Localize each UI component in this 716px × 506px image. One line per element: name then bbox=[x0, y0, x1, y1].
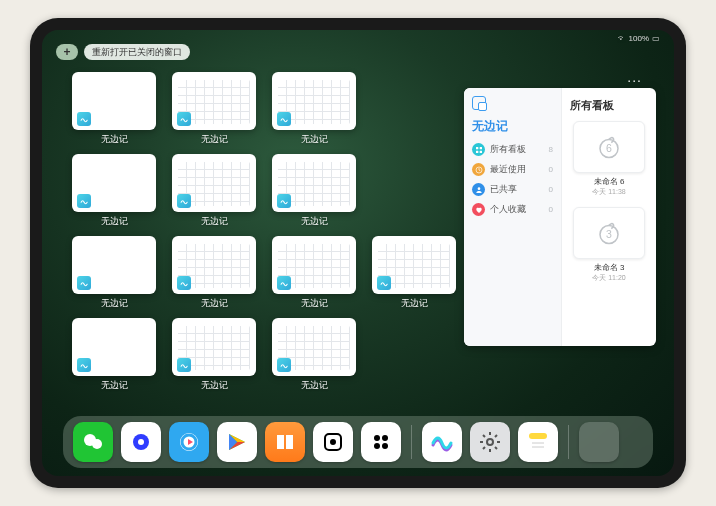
board-thumbnail: 6 bbox=[573, 121, 645, 173]
battery-label: 100% bbox=[629, 34, 649, 43]
sidebar-item-label: 已共享 bbox=[490, 183, 517, 196]
freeform-icon bbox=[77, 358, 91, 372]
dock-dice-icon[interactable] bbox=[313, 422, 353, 462]
app-preview bbox=[272, 236, 356, 294]
dock-freeform-icon[interactable] bbox=[422, 422, 462, 462]
app-label: 无边记 bbox=[101, 215, 128, 228]
add-button[interactable]: + bbox=[56, 44, 78, 60]
board-name: 未命名 3 bbox=[573, 262, 645, 273]
person-icon bbox=[472, 183, 485, 196]
svg-rect-1 bbox=[479, 147, 481, 149]
app-window-tile[interactable]: 无边记 bbox=[272, 236, 356, 310]
dock-youku-icon[interactable] bbox=[169, 422, 209, 462]
app-label: 无边记 bbox=[101, 133, 128, 146]
app-label: 无边记 bbox=[201, 379, 228, 392]
screen: ᯤ 100% ▭ + 重新打开已关闭的窗口 无边记无边记无边记无边记无边记无边记… bbox=[42, 30, 674, 476]
app-preview bbox=[372, 236, 456, 294]
svg-point-5 bbox=[477, 187, 480, 190]
app-label: 无边记 bbox=[201, 215, 228, 228]
app-window-tile[interactable]: 无边记 bbox=[72, 72, 156, 146]
dock-books-icon[interactable] bbox=[265, 422, 305, 462]
app-window-tile[interactable]: 无边记 bbox=[272, 318, 356, 392]
app-window-tile[interactable]: 无边记 bbox=[372, 236, 456, 310]
app-window-tile[interactable]: 无边记 bbox=[72, 154, 156, 228]
board-name: 未命名 6 bbox=[573, 176, 645, 187]
sidebar-item-heart[interactable]: 个人收藏0 bbox=[472, 203, 553, 216]
svg-point-17 bbox=[331, 440, 335, 444]
app-window-tile[interactable]: 无边记 bbox=[172, 318, 256, 392]
freeform-icon bbox=[77, 276, 91, 290]
app-label: 无边记 bbox=[301, 133, 328, 146]
dock-settings-icon[interactable] bbox=[470, 422, 510, 462]
sidebar-item-count: 8 bbox=[549, 145, 553, 154]
sidebar-item-count: 0 bbox=[549, 165, 553, 174]
app-window-tile[interactable]: 无边记 bbox=[72, 236, 156, 310]
dock-notes-icon[interactable] bbox=[518, 422, 558, 462]
dock bbox=[63, 416, 653, 468]
panel-title: 无边记 bbox=[472, 118, 553, 135]
svg-point-22 bbox=[487, 439, 493, 445]
app-window-tile[interactable]: 无边记 bbox=[272, 154, 356, 228]
panel-sidebar: 无边记 所有看板8最近使用0已共享0个人收藏0 bbox=[464, 88, 562, 346]
sidebar-item-count: 0 bbox=[549, 205, 553, 214]
app-preview bbox=[72, 318, 156, 376]
dock-wechat-icon[interactable] bbox=[73, 422, 113, 462]
board-thumbnail: 3 bbox=[573, 207, 645, 259]
heart-icon bbox=[472, 203, 485, 216]
app-window-tile[interactable]: 无边记 bbox=[172, 236, 256, 310]
app-label: 无边记 bbox=[201, 297, 228, 310]
app-window-tile[interactable]: 无边记 bbox=[272, 72, 356, 146]
reopen-closed-window-button[interactable]: 重新打开已关闭的窗口 bbox=[84, 44, 190, 60]
app-preview bbox=[172, 318, 256, 376]
sidebar-item-grid[interactable]: 所有看板8 bbox=[472, 143, 553, 156]
board-time: 今天 11:38 bbox=[573, 187, 645, 197]
freeform-icon bbox=[277, 358, 291, 372]
app-label: 无边记 bbox=[301, 379, 328, 392]
svg-point-13 bbox=[138, 439, 144, 445]
app-window-tile[interactable]: 无边记 bbox=[172, 72, 256, 146]
freeform-icon bbox=[177, 358, 191, 372]
svg-rect-2 bbox=[476, 150, 478, 152]
app-label: 无边记 bbox=[101, 379, 128, 392]
dock-quark-icon[interactable] bbox=[121, 422, 161, 462]
panel-right-title: 所有看板 bbox=[570, 98, 648, 113]
board-time: 今天 11:20 bbox=[573, 273, 645, 283]
app-label: 无边记 bbox=[401, 297, 428, 310]
dock-grid4-icon[interactable] bbox=[361, 422, 401, 462]
board-card[interactable]: 6未命名 6今天 11:38 bbox=[573, 121, 645, 197]
svg-point-19 bbox=[382, 435, 388, 441]
app-preview bbox=[272, 154, 356, 212]
app-preview bbox=[172, 72, 256, 130]
sidebar-item-person[interactable]: 已共享0 bbox=[472, 183, 553, 196]
dock-app-library-icon[interactable] bbox=[579, 422, 619, 462]
app-preview bbox=[72, 154, 156, 212]
freeform-icon bbox=[177, 112, 191, 126]
app-label: 无边记 bbox=[201, 133, 228, 146]
freeform-icon bbox=[277, 194, 291, 208]
wifi-icon: ᯤ bbox=[618, 34, 626, 43]
freeform-app-icon bbox=[472, 96, 486, 110]
app-preview bbox=[72, 236, 156, 294]
clock-icon bbox=[472, 163, 485, 176]
svg-point-11 bbox=[92, 439, 102, 449]
app-preview bbox=[72, 72, 156, 130]
svg-point-20 bbox=[374, 443, 380, 449]
board-card[interactable]: 3未命名 3今天 11:20 bbox=[573, 207, 645, 283]
app-window-tile[interactable]: 无边记 bbox=[72, 318, 156, 392]
freeform-icon bbox=[77, 194, 91, 208]
sidebar-item-clock[interactable]: 最近使用0 bbox=[472, 163, 553, 176]
app-window-tile[interactable]: 无边记 bbox=[172, 154, 256, 228]
sidebar-item-label: 个人收藏 bbox=[490, 203, 526, 216]
sidebar-item-count: 0 bbox=[549, 185, 553, 194]
side-panel: 无边记 所有看板8最近使用0已共享0个人收藏0 所有看板 6未命名 6今天 11… bbox=[464, 88, 656, 346]
app-preview bbox=[272, 72, 356, 130]
svg-point-21 bbox=[382, 443, 388, 449]
ellipsis-icon[interactable]: ··· bbox=[627, 72, 642, 88]
battery-icon: ▭ bbox=[652, 34, 660, 43]
svg-rect-3 bbox=[479, 150, 481, 152]
freeform-icon bbox=[77, 112, 91, 126]
freeform-icon bbox=[277, 112, 291, 126]
svg-text:6: 6 bbox=[606, 142, 612, 154]
dock-play-icon[interactable] bbox=[217, 422, 257, 462]
svg-rect-24 bbox=[529, 433, 547, 439]
